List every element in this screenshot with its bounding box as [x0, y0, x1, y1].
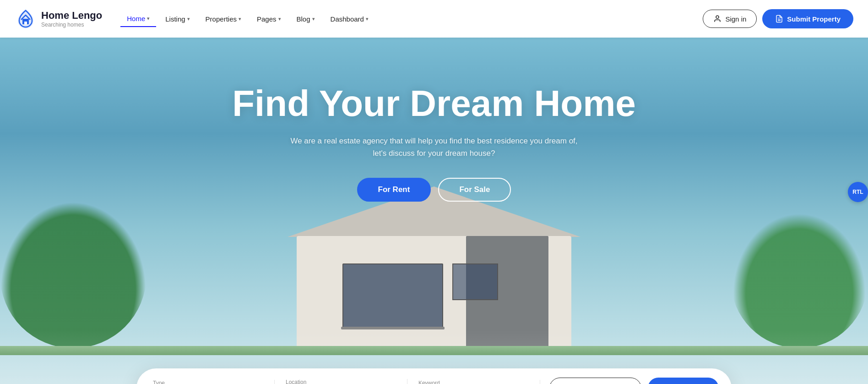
- nav-actions: Sign in Submit Property: [703, 9, 853, 28]
- logo-icon: [15, 8, 37, 30]
- search-button[interactable]: Search: [648, 378, 719, 384]
- svg-point-2: [716, 16, 719, 18]
- keyword-field: Keyword: [407, 380, 540, 384]
- nav-blog[interactable]: Blog ▾: [290, 11, 321, 27]
- type-field: Type ▾: [149, 380, 275, 384]
- nav-listing[interactable]: Listing ▾: [159, 11, 196, 27]
- house-body: [297, 236, 571, 355]
- nav-dashboard[interactable]: Dashboard ▾: [324, 11, 375, 27]
- chevron-down-icon: ▾: [147, 16, 150, 22]
- house-balcony: [341, 327, 445, 329]
- brand-tagline: Searching homes: [41, 22, 102, 28]
- tab-for-sale[interactable]: For Sale: [438, 178, 511, 202]
- hero-subtitle: We are a real estate agency that will he…: [288, 135, 580, 159]
- logo-link[interactable]: Home Lengo Searching homes: [15, 8, 102, 30]
- tree-left-decoration: [0, 202, 146, 348]
- hero-content: Find Your Dream Home We are a real estat…: [232, 38, 636, 202]
- chevron-down-icon: ▾: [278, 16, 281, 22]
- rtl-toggle-button[interactable]: RTL: [848, 182, 868, 202]
- tab-for-rent[interactable]: For Rent: [357, 178, 431, 202]
- svg-rect-1: [24, 22, 27, 24]
- search-bar: Type ▾ Location ◎ Keyword Search advance: [136, 368, 732, 384]
- navbar: Home Lengo Searching homes Home ▾ Listin…: [0, 0, 868, 38]
- user-icon: [713, 15, 722, 23]
- house-window-small: [452, 263, 498, 300]
- chevron-down-icon: ▾: [312, 16, 315, 22]
- chevron-down-icon: ▾: [187, 16, 190, 22]
- hero-section: Find Your Dream Home We are a real estat…: [0, 38, 868, 384]
- nav-pages[interactable]: Pages ▾: [250, 11, 288, 27]
- chevron-down-icon: ▾: [239, 16, 241, 22]
- house-illustration: [274, 190, 594, 355]
- type-label: Type: [153, 380, 263, 384]
- nav-home[interactable]: Home ▾: [120, 11, 156, 27]
- keyword-label: Keyword: [418, 380, 529, 384]
- chevron-down-icon: ▾: [366, 16, 369, 22]
- search-advanced-button[interactable]: Search advanced: [549, 378, 641, 384]
- nav-links: Home ▾ Listing ▾ Properties ▾ Pages ▾ Bl…: [120, 11, 703, 27]
- hero-title: Find Your Dream Home: [232, 83, 636, 124]
- ground-strip: [0, 346, 868, 355]
- document-icon: [775, 15, 783, 23]
- signin-button[interactable]: Sign in: [703, 10, 757, 28]
- location-label: Location: [286, 379, 396, 384]
- hero-tabs: For Rent For Sale: [232, 178, 636, 202]
- brand-name: Home Lengo: [41, 10, 102, 22]
- search-actions: Search advanced Search: [540, 378, 719, 384]
- house-window-large: [342, 263, 443, 328]
- location-field: Location ◎: [275, 379, 407, 384]
- nav-properties[interactable]: Properties ▾: [199, 11, 248, 27]
- submit-property-button[interactable]: Submit Property: [762, 9, 853, 28]
- tree-right-decoration: [731, 211, 868, 348]
